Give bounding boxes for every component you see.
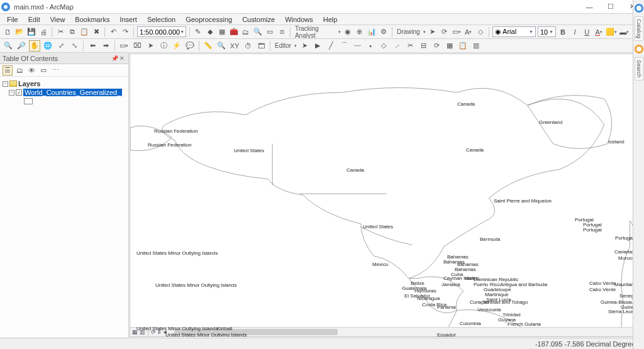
create-features-icon[interactable]: ▥ <box>470 40 482 52</box>
catalog-tab-icon[interactable] <box>635 4 643 13</box>
select-elements2-icon[interactable]: ➤ <box>145 40 156 52</box>
select-features-icon[interactable]: ▭▾ <box>118 40 130 52</box>
measure-icon[interactable]: 📏 <box>203 40 214 52</box>
hyperlink-icon[interactable]: ⚡ <box>171 40 182 52</box>
find-icon[interactable]: 🔍 <box>216 40 227 52</box>
viewer-icon[interactable]: 🗔 <box>255 40 267 52</box>
undo-icon[interactable]: ↶ <box>108 26 118 38</box>
print-icon[interactable]: 🖨 <box>38 26 48 38</box>
fixed-zoom-out-icon[interactable]: ⤡ <box>69 40 80 52</box>
list-by-selection-icon[interactable]: ▭ <box>38 65 48 75</box>
editor-toolbar-icon[interactable]: ✎ <box>193 26 203 38</box>
rectangle-icon[interactable]: ▭▾ <box>452 26 462 38</box>
python-icon[interactable]: ▭ <box>265 26 275 38</box>
menu-bookmarks[interactable]: Bookmarks <box>70 15 114 24</box>
add-data-icon[interactable]: ◆ <box>205 26 215 38</box>
forward-extent-icon[interactable]: ➡ <box>100 40 111 52</box>
clear-selection-icon[interactable]: ⌧ <box>131 40 143 52</box>
italic-icon[interactable]: I <box>570 26 580 38</box>
trace-icon[interactable]: 〰 <box>352 40 363 52</box>
tracking-analyst-label[interactable]: Tracking Analyst <box>294 25 336 39</box>
fixed-zoom-in-icon[interactable]: ⤢ <box>55 40 67 52</box>
catalog-tab[interactable]: Catalog <box>635 16 643 41</box>
search-toolbar-icon[interactable]: 🔍 <box>253 26 263 38</box>
pin-icon[interactable]: 📌 <box>111 55 118 62</box>
underline-icon[interactable]: U <box>582 26 592 38</box>
edit-tool-icon[interactable]: ➤ <box>299 40 310 52</box>
search-tab[interactable]: Search <box>635 57 643 80</box>
text-tool-icon[interactable]: A▾ <box>464 26 474 38</box>
search-tab-icon[interactable] <box>635 45 643 53</box>
findxy-icon[interactable]: XY <box>229 40 240 52</box>
menu-file[interactable]: File <box>3 15 23 24</box>
new-doc-icon[interactable]: 🗋 <box>3 26 13 38</box>
menu-view[interactable]: View <box>46 15 70 24</box>
delete-icon[interactable]: ✖ <box>91 26 101 38</box>
line-color-icon[interactable]: ▬▾ <box>619 26 630 38</box>
font-size-selector[interactable]: 10▼ <box>538 26 556 37</box>
open-icon[interactable]: 📂 <box>14 26 25 38</box>
map-view[interactable]: ▦ ▥ | ⟳ Ⅱ ◄ Russian FederationRussian Fe… <box>130 53 643 337</box>
expand-icon[interactable]: − <box>9 90 14 96</box>
refresh-view-button[interactable]: ⟳ <box>151 329 156 336</box>
list-by-visibility-icon[interactable]: 👁 <box>26 65 36 75</box>
edit-vertices-icon[interactable]: ◇ <box>475 26 486 38</box>
window-maximize-button[interactable]: ☐ <box>600 1 621 13</box>
html-popup-icon[interactable]: 💬 <box>184 40 196 52</box>
scroll-left-button[interactable]: ◄ <box>162 329 168 336</box>
tree-layer-row[interactable]: − ✓ World_Countries_Generalized_ <box>1 88 127 97</box>
tracking-settings-icon[interactable]: ⚙ <box>379 26 389 38</box>
menu-windows[interactable]: Windows <box>280 15 318 24</box>
arc-segment-icon[interactable]: ⌒ <box>338 40 350 52</box>
toc-options-icon[interactable]: ⋯ <box>50 65 60 75</box>
tree-root-layers[interactable]: − Layers <box>1 79 127 88</box>
expand-icon[interactable]: − <box>3 81 8 87</box>
font-color-icon[interactable]: A▾ <box>594 26 604 38</box>
data-view-button[interactable]: ▦ <box>132 329 138 336</box>
layer-name-selected[interactable]: World_Countries_Generalized_ <box>23 89 122 96</box>
split-icon[interactable]: ⊟ <box>418 40 429 52</box>
straight-segment-icon[interactable]: ╱ <box>325 40 336 52</box>
map-scale-input[interactable]: 1:50.000.000▼ <box>137 26 186 37</box>
edit-vertices2-icon[interactable]: ◇ <box>378 40 389 52</box>
reshape-icon[interactable]: ⟋ <box>391 40 402 52</box>
pan-icon[interactable]: ✋ <box>29 40 40 52</box>
layer-visibility-checkbox[interactable]: ✓ <box>16 89 22 96</box>
fill-color-icon[interactable]: 🟨▾ <box>606 26 617 38</box>
editor-label[interactable]: Editor <box>274 42 292 49</box>
pause-drawing-button[interactable]: Ⅱ <box>158 329 160 336</box>
catalog-icon[interactable]: 🗂 <box>241 26 251 38</box>
close-icon[interactable]: ✕ <box>118 55 126 62</box>
tracking-chart-icon[interactable]: 📊 <box>367 26 377 38</box>
menu-customize[interactable]: Customize <box>238 15 279 24</box>
copy-icon[interactable]: ⧉ <box>67 26 77 38</box>
full-extent-icon[interactable]: 🌐 <box>42 40 53 52</box>
redo-icon[interactable]: ↷ <box>120 26 130 38</box>
menu-help[interactable]: Help <box>319 15 342 24</box>
window-minimize-button[interactable]: — <box>579 1 600 13</box>
rotate-tool-icon[interactable]: ⟳ <box>431 40 442 52</box>
tracking-step-icon[interactable]: ⊕ <box>355 26 365 38</box>
menu-insert[interactable]: Insert <box>115 15 142 24</box>
tree-symbol-row[interactable] <box>1 97 127 106</box>
menu-edit[interactable]: Edit <box>24 15 45 24</box>
identify-icon[interactable]: ⓘ <box>158 40 169 52</box>
font-selector[interactable]: ◉ Arial▼ <box>492 26 536 37</box>
bold-icon[interactable]: B <box>558 26 568 38</box>
toolbox-icon[interactable]: 🧰 <box>229 26 239 38</box>
rotate-icon[interactable]: ⟳ <box>440 26 450 38</box>
sketch-properties-icon[interactable]: 📋 <box>457 40 469 52</box>
point-icon[interactable]: • <box>365 40 376 52</box>
menu-geoprocessing[interactable]: Geoprocessing <box>181 15 236 24</box>
time-slider-icon[interactable]: ⏱ <box>242 40 253 52</box>
cut-polygons-icon[interactable]: ✂ <box>404 40 416 52</box>
paste-icon[interactable]: 📋 <box>79 26 89 38</box>
table-icon[interactable]: ▦ <box>217 26 227 38</box>
back-extent-icon[interactable]: ⬅ <box>87 40 98 52</box>
drawing-label[interactable]: Drawing <box>396 28 421 35</box>
select-elements-icon[interactable]: ➤ <box>428 26 438 38</box>
list-by-drawing-order-icon[interactable]: ☰ <box>3 65 13 75</box>
edit-annotation-icon[interactable]: ▶ <box>312 40 323 52</box>
tracking-play-icon[interactable]: ◉ <box>343 26 353 38</box>
horizontal-scrollbar[interactable] <box>168 327 633 336</box>
